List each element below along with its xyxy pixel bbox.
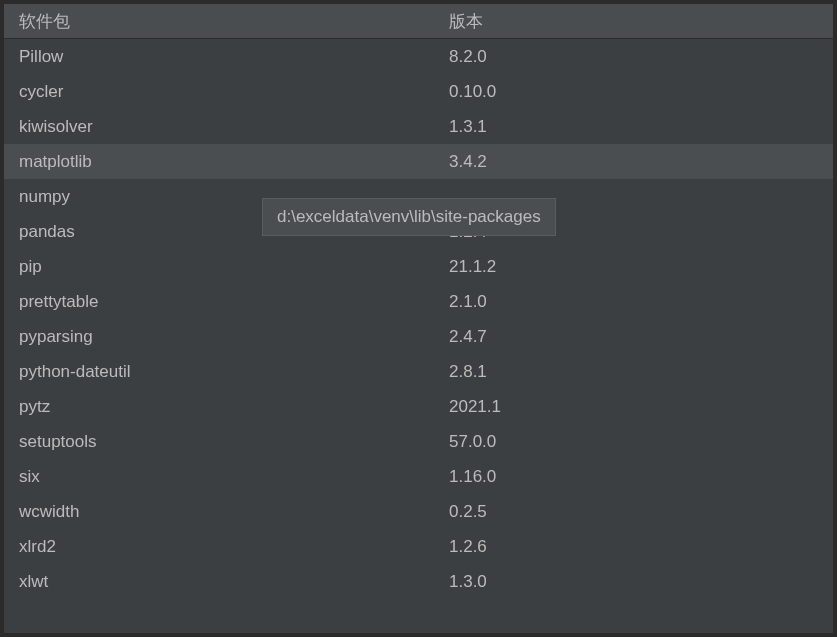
package-name: pyparsing [4, 327, 434, 347]
package-version: 1.3.0 [434, 572, 833, 592]
table-row[interactable]: kiwisolver1.3.1 [4, 109, 833, 144]
table-row[interactable]: matplotlib3.4.2 [4, 144, 833, 179]
table-header: 软件包 版本 [4, 4, 833, 39]
package-manager-panel: 软件包 版本 Pillow8.2.0cycler0.10.0kiwisolver… [4, 4, 833, 633]
table-row[interactable]: xlrd21.2.6 [4, 529, 833, 564]
table-body: Pillow8.2.0cycler0.10.0kiwisolver1.3.1ma… [4, 39, 833, 599]
package-name: xlrd2 [4, 537, 434, 557]
table-row[interactable]: pyparsing2.4.7 [4, 319, 833, 354]
package-name: setuptools [4, 432, 434, 452]
package-version: 0.2.5 [434, 502, 833, 522]
column-header-version[interactable]: 版本 [434, 10, 833, 33]
package-version: 2021.1 [434, 397, 833, 417]
package-name: pip [4, 257, 434, 277]
package-version: 3.4.2 [434, 152, 833, 172]
table-row[interactable]: six1.16.0 [4, 459, 833, 494]
package-version: 2.8.1 [434, 362, 833, 382]
package-name: python-dateutil [4, 362, 434, 382]
package-version: 0.10.0 [434, 82, 833, 102]
package-table: 软件包 版本 Pillow8.2.0cycler0.10.0kiwisolver… [4, 4, 833, 599]
package-name: six [4, 467, 434, 487]
package-name: kiwisolver [4, 117, 434, 137]
table-row[interactable]: cycler0.10.0 [4, 74, 833, 109]
table-row[interactable]: prettytable2.1.0 [4, 284, 833, 319]
table-row[interactable]: setuptools57.0.0 [4, 424, 833, 459]
table-row[interactable]: python-dateutil2.8.1 [4, 354, 833, 389]
package-version: 1.2.6 [434, 537, 833, 557]
package-name: prettytable [4, 292, 434, 312]
package-version: 8.2.0 [434, 47, 833, 67]
package-version: 1.3.1 [434, 117, 833, 137]
package-name: xlwt [4, 572, 434, 592]
package-version: 21.1.2 [434, 257, 833, 277]
package-name: cycler [4, 82, 434, 102]
column-header-package[interactable]: 软件包 [4, 10, 434, 33]
package-version: 1.16.0 [434, 467, 833, 487]
package-version: 57.0.0 [434, 432, 833, 452]
package-name: wcwidth [4, 502, 434, 522]
table-row[interactable]: pip21.1.2 [4, 249, 833, 284]
package-name: Pillow [4, 47, 434, 67]
package-name: pytz [4, 397, 434, 417]
table-row[interactable]: wcwidth0.2.5 [4, 494, 833, 529]
path-tooltip: d:\exceldata\venv\lib\site-packages [262, 198, 556, 236]
table-row[interactable]: xlwt1.3.0 [4, 564, 833, 599]
table-row[interactable]: pytz2021.1 [4, 389, 833, 424]
table-row[interactable]: Pillow8.2.0 [4, 39, 833, 74]
package-version: 2.1.0 [434, 292, 833, 312]
package-name: matplotlib [4, 152, 434, 172]
package-version: 2.4.7 [434, 327, 833, 347]
